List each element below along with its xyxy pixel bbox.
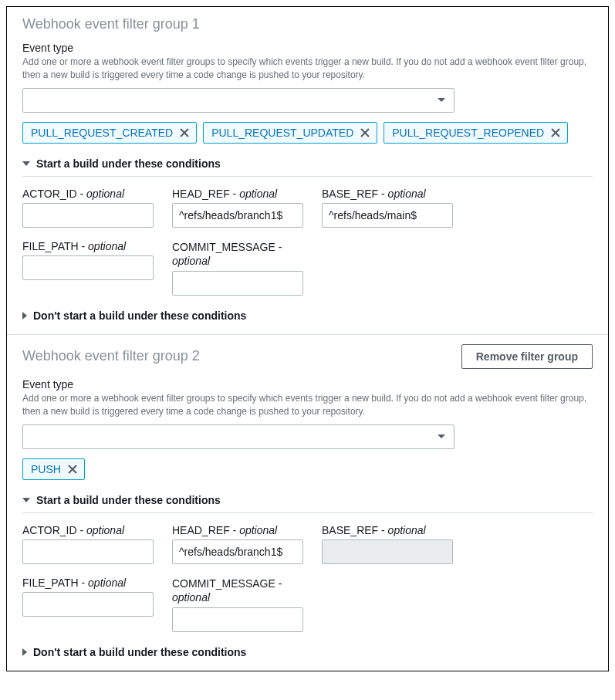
- field-label: FILE_PATH - optional: [22, 240, 154, 252]
- chip-label: PULL_REQUEST_REOPENED: [392, 127, 544, 139]
- start-conditions-grid: ACTOR_ID - optional HEAD_REF - optional …: [22, 524, 593, 632]
- chevron-right-icon: [22, 648, 27, 656]
- file-path-field: FILE_PATH - optional: [22, 577, 154, 632]
- dont-start-build-toggle[interactable]: Don't start a build under these conditio…: [22, 309, 593, 322]
- field-label: COMMIT_MESSAGE - optional: [172, 240, 303, 268]
- chip-pull-request-reopened[interactable]: PULL_REQUEST_REOPENED: [384, 122, 568, 144]
- group-header: Webhook event filter group 2 Remove filt…: [22, 344, 593, 369]
- actor-id-input[interactable]: [22, 539, 154, 564]
- file-path-input[interactable]: [22, 592, 154, 617]
- divider: [22, 176, 593, 177]
- close-icon[interactable]: [179, 127, 190, 138]
- chip-label: PULL_REQUEST_UPDATED: [211, 127, 353, 139]
- event-type-description: Add one or more a webhook event filter g…: [22, 392, 593, 418]
- section-label: Start a build under these conditions: [36, 157, 221, 170]
- commit-message-field: COMMIT_MESSAGE - optional: [172, 577, 303, 632]
- head-ref-input[interactable]: [172, 539, 303, 564]
- webhook-filter-container: Webhook event filter group 1 Event type …: [6, 6, 609, 671]
- chip-pull-request-created[interactable]: PULL_REQUEST_CREATED: [22, 122, 197, 144]
- chip-pull-request-updated[interactable]: PULL_REQUEST_UPDATED: [203, 122, 377, 144]
- close-icon[interactable]: [360, 127, 370, 138]
- chevron-down-icon: [22, 161, 30, 166]
- actor-id-field: ACTOR_ID - optional: [22, 188, 154, 228]
- commit-message-field: COMMIT_MESSAGE - optional: [172, 240, 303, 296]
- close-icon[interactable]: [67, 464, 78, 475]
- dropdown-caret-icon: [432, 91, 451, 110]
- remove-filter-group-button[interactable]: Remove filter group: [461, 344, 593, 369]
- start-build-toggle[interactable]: Start a build under these conditions: [22, 157, 593, 170]
- divider: [22, 512, 593, 513]
- chip-push[interactable]: PUSH: [22, 458, 85, 480]
- file-path-input[interactable]: [22, 255, 154, 280]
- field-label: COMMIT_MESSAGE - optional: [172, 577, 303, 604]
- field-label: HEAD_REF - optional: [172, 188, 303, 200]
- event-type-label: Event type: [22, 42, 593, 54]
- field-label: ACTOR_ID - optional: [22, 524, 154, 536]
- dropdown-caret-icon: [432, 428, 451, 446]
- field-label: FILE_PATH - optional: [22, 577, 154, 589]
- actor-id-field: ACTOR_ID - optional: [22, 524, 154, 564]
- base-ref-field: BASE_REF - optional: [322, 188, 453, 228]
- group-title: Webhook event filter group 2: [22, 348, 200, 364]
- start-build-toggle[interactable]: Start a build under these conditions: [22, 494, 593, 506]
- field-label: ACTOR_ID - optional: [22, 188, 154, 200]
- field-label: BASE_REF - optional: [322, 524, 453, 536]
- file-path-field: FILE_PATH - optional: [22, 240, 154, 296]
- event-type-chips: PULL_REQUEST_CREATED PULL_REQUEST_UPDATE…: [22, 122, 593, 144]
- section-label: Don't start a build under these conditio…: [33, 309, 246, 322]
- section-label: Don't start a build under these conditio…: [33, 646, 246, 658]
- filter-group-1: Webhook event filter group 1 Event type …: [7, 7, 608, 334]
- group-title: Webhook event filter group 1: [22, 16, 200, 32]
- section-label: Start a build under these conditions: [36, 494, 221, 506]
- event-type-dropdown[interactable]: [22, 88, 454, 113]
- event-type-chips: PUSH: [22, 458, 593, 480]
- start-conditions-grid: ACTOR_ID - optional HEAD_REF - optional …: [22, 188, 593, 296]
- head-ref-field: HEAD_REF - optional: [172, 188, 303, 228]
- field-label: HEAD_REF - optional: [172, 524, 303, 536]
- chip-label: PUSH: [31, 463, 61, 475]
- actor-id-input[interactable]: [22, 203, 154, 228]
- commit-message-input[interactable]: [172, 607, 303, 632]
- event-type-dropdown[interactable]: [22, 424, 454, 449]
- chip-label: PULL_REQUEST_CREATED: [31, 127, 173, 139]
- dont-start-build-toggle[interactable]: Don't start a build under these conditio…: [22, 646, 593, 658]
- head-ref-input[interactable]: [172, 203, 303, 228]
- commit-message-input[interactable]: [172, 271, 303, 296]
- base-ref-field: BASE_REF - optional: [322, 524, 453, 564]
- close-icon[interactable]: [550, 127, 561, 138]
- chevron-right-icon: [22, 312, 27, 320]
- head-ref-field: HEAD_REF - optional: [172, 524, 303, 564]
- field-label: BASE_REF - optional: [322, 188, 453, 200]
- filter-group-2: Webhook event filter group 2 Remove filt…: [7, 334, 608, 671]
- base-ref-input: [322, 539, 453, 564]
- base-ref-input[interactable]: [322, 203, 453, 228]
- event-type-description: Add one or more a webhook event filter g…: [22, 56, 593, 82]
- group-header: Webhook event filter group 1: [22, 16, 593, 32]
- chevron-down-icon: [22, 498, 30, 502]
- event-type-label: Event type: [22, 378, 593, 391]
